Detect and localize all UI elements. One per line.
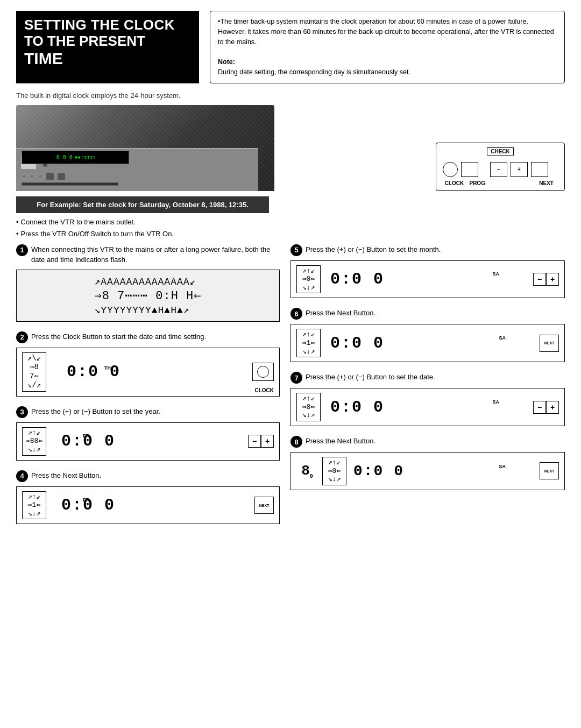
vcr-btn-2[interactable] — [30, 174, 35, 179]
step-1-header: 1 When connecting this VTR to the mains … — [16, 244, 280, 265]
step-6-text: Press the Next Button. — [306, 308, 565, 319]
step-5: 5 Press the (+) or (−) Button to set the… — [290, 244, 565, 299]
remote-rect-btn-2[interactable] — [531, 162, 548, 177]
vcr-display: 0 0 0 ▪▪ □□□□ — [22, 151, 129, 164]
note-text: During date setting, the corresponding d… — [218, 67, 557, 77]
step-7-header: 7 Press the (+) or (−) Button to set the… — [290, 372, 565, 384]
step-6-number: 6 — [290, 308, 302, 320]
bullet-lines: Connect the VTR to the mains outlet. Pre… — [16, 216, 565, 240]
remote-labels-row: CLOCK PROG NEXT — [443, 180, 558, 186]
step-3-icon: ↗↑↙⇒88⇐↘↓↗ — [22, 427, 46, 456]
step-1-display: ↗AAAAAAAAAAAAAA↙ ⇒8 7⋯⋯⋯ 0:H H⇐ ↘YYYYYYY… — [16, 270, 280, 322]
step-3-text: Press the (+) or (−) Button to set the y… — [31, 406, 280, 417]
step-8-sa-label: SA — [499, 464, 506, 469]
remote-rect-btn-1[interactable] — [461, 162, 478, 177]
info-box: •The timer back-up system maintains the … — [210, 11, 565, 83]
step-3-number: 3 — [16, 406, 28, 418]
minus-btn-3[interactable]: − — [248, 435, 261, 448]
step-2-clock-label: CLOCK — [254, 387, 274, 393]
remote-minus-btn[interactable]: − — [490, 162, 507, 177]
step-6-sa-label: SA — [499, 335, 506, 341]
th-label: TH — [104, 365, 111, 371]
step-8-number: 8 — [290, 436, 302, 448]
step-2-display: ↗\↙⇒8 7⇐↘/↗ TH 0:0 0 CLOCK — [16, 348, 280, 397]
step-5-sa-label: SA — [492, 271, 499, 277]
remote-buttons-row: − + — [443, 162, 558, 177]
vcr-btn-3[interactable] — [38, 174, 43, 179]
bullet-press: Press the VTR On/Off Switch to turn the … — [16, 228, 565, 240]
next-btn-4[interactable]: NEXT — [254, 497, 274, 514]
minus-btn-5[interactable]: − — [533, 273, 546, 286]
prog-label: PROG — [466, 180, 489, 186]
steps-left: 1 When connecting this VTR to the mains … — [16, 244, 280, 534]
check-label: CHECK — [487, 147, 514, 156]
clock-label: CLOCK — [443, 180, 466, 186]
vcr-tab2 — [57, 173, 66, 180]
step-4-text: Press the Next Button. — [31, 470, 280, 481]
vcr-section: 0 0 0 ▪▪ □□□□ CHECK − + — [16, 105, 565, 191]
step-2-circle — [252, 363, 274, 381]
plus-btn-5[interactable]: + — [546, 273, 559, 286]
step-4-header: 4 Press the Next Button. — [16, 470, 280, 482]
vcr-btn-1[interactable] — [22, 174, 27, 179]
vcr-illustration: 0 0 0 ▪▪ □□□□ — [16, 105, 274, 191]
step-8-time: 0:0 0 — [353, 463, 535, 479]
subtitle: The built-in digital clock employs the 2… — [16, 91, 565, 100]
plus-btn-3[interactable]: + — [261, 435, 274, 448]
step-1: 1 When connecting this VTR to the mains … — [16, 244, 280, 322]
step-4: 4 Press the Next Button. ↗↑↙⇒1⇐↘↓↗ FR 0:… — [16, 470, 280, 525]
step-3-pm-btns[interactable]: − + — [248, 435, 274, 448]
step-7-sa-label: SA — [492, 399, 499, 405]
title-line3: TIME — [24, 50, 191, 68]
step-8-icon: ↗↑↙⇒0⇐↘↓↗ — [322, 457, 346, 485]
step-5-display: ↗↑↙⇒0⇐↘↓↗ SA 0:0 0 − + — [290, 260, 565, 299]
step-7-pm-btns[interactable]: − + — [533, 401, 559, 414]
step-5-pm-btns[interactable]: − + — [533, 273, 559, 286]
bullet-connect: Connect the VTR to the mains outlet. — [16, 216, 565, 228]
remote-panel: CHECK − + CLOCK PROG NEXT — [436, 143, 565, 191]
step-6-icon: ↗↑↙⇒1⇐↘↓↗ — [296, 329, 321, 357]
step-4-number: 4 — [16, 470, 28, 482]
step-3-fr-label: FR — [83, 433, 89, 439]
step-1-number: 1 — [16, 244, 28, 256]
minus-btn-7[interactable]: − — [533, 401, 546, 414]
step-7: 7 Press the (+) or (−) Button to set the… — [290, 372, 565, 426]
step-2: 2 Press the Clock Button to start the da… — [16, 331, 280, 397]
step-7-text: Press the (+) or (−) Button to set the d… — [306, 372, 565, 383]
step-5-number: 5 — [290, 244, 302, 256]
steps-container: 1 When connecting this VTR to the mains … — [16, 244, 565, 534]
vcr-front: 0 0 0 ▪▪ □□□□ — [16, 148, 258, 191]
note-label: Note: — [218, 58, 235, 66]
step-4-fr-label: FR — [83, 497, 89, 503]
vcr-tape-slot — [22, 182, 118, 186]
step-7-number: 7 — [290, 372, 302, 384]
step-2-icon: ↗\↙⇒8 7⇐↘/↗ — [22, 352, 46, 392]
title-line2: TO THE PRESENT — [24, 33, 191, 50]
info-bullet1: •The timer back-up system maintains the … — [218, 17, 557, 47]
step-2-text: Press the Clock Button to start the date… — [31, 331, 280, 342]
vcr-buttons-row — [22, 173, 66, 180]
step-1-text: When connecting this VTR to the mains or… — [31, 244, 280, 265]
steps-right: 5 Press the (+) or (−) Button to set the… — [290, 244, 565, 534]
step-5-header: 5 Press the (+) or (−) Button to set the… — [290, 244, 565, 256]
step-6: 6 Press the Next Button. ↗↑↙⇒1⇐↘↓↗ SA 0:… — [290, 308, 565, 362]
step-5-icon: ↗↑↙⇒0⇐↘↓↗ — [296, 265, 321, 294]
step-2-time: 0:0 0 — [67, 363, 248, 381]
step-3-header: 3 Press the (+) or (−) Button to set the… — [16, 406, 280, 418]
step-7-display: ↗↑↙⇒8⇐↘↓↗ SA 0:0 0 − + — [290, 388, 565, 426]
example-box: For Example: Set the clock for Saturday,… — [16, 196, 269, 213]
next-btn-6[interactable]: NEXT — [540, 335, 559, 352]
step-8-display: 80 ↗↑↙⇒0⇐↘↓↗ SA 0:0 0 NEXT — [290, 452, 565, 490]
step-6-header: 6 Press the Next Button. — [290, 308, 565, 320]
step-4-time: 0:0 0 — [61, 496, 250, 514]
plus-btn-7[interactable]: + — [546, 401, 559, 414]
remote-circle-btn[interactable] — [443, 162, 458, 177]
step-7-icon: ↗↑↙⇒8⇐↘↓↗ — [296, 393, 321, 421]
remote-plus-btn[interactable]: + — [511, 162, 528, 177]
next-label: NEXT — [535, 180, 558, 186]
title-box: SETTING THE CLOCK TO THE PRESENT TIME — [16, 11, 199, 83]
next-btn-8[interactable]: NEXT — [540, 462, 559, 479]
step-3: 3 Press the (+) or (−) Button to set the… — [16, 406, 280, 461]
step-8-text: Press the Next Button. — [306, 436, 565, 447]
step-6-display: ↗↑↙⇒1⇐↘↓↗ SA 0:0 0 NEXT — [290, 324, 565, 362]
